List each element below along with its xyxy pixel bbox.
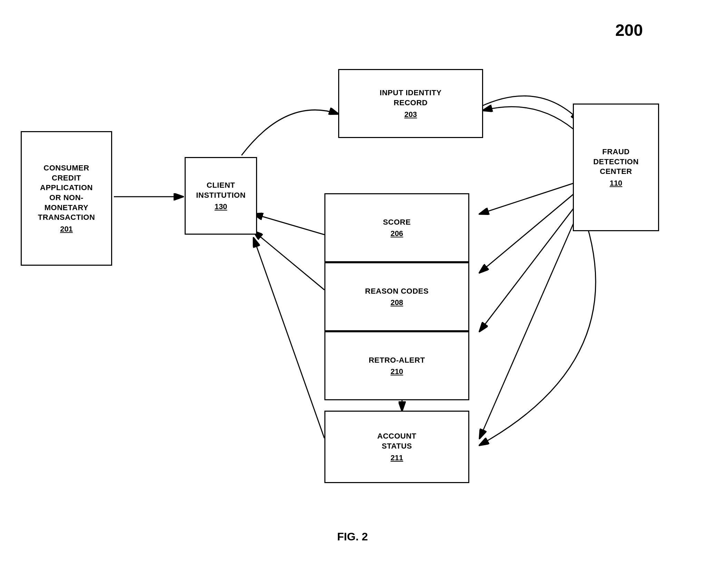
retro-alert-number: 210 [391, 367, 403, 376]
account-status-number: 211 [391, 453, 403, 462]
retro-alert-label: RETRO-ALERT [369, 355, 425, 365]
svg-line-7 [480, 207, 575, 331]
svg-line-9 [254, 238, 324, 438]
score-number: 206 [391, 229, 403, 238]
input-identity-label: INPUT IDENTITY RECORD [380, 88, 441, 108]
input-identity-number: 203 [404, 110, 417, 119]
svg-line-10 [480, 221, 575, 438]
fraud-detection-label: FRAUD DETECTION CENTER [593, 147, 639, 177]
reason-codes-box: REASON CODES 208 [324, 262, 469, 331]
account-status-box: ACCOUNT STATUS 211 [324, 411, 469, 483]
score-box: SCORE 206 [324, 193, 469, 262]
figure-label: FIG. 2 [0, 530, 705, 543]
input-identity-box: INPUT IDENTITY RECORD 203 [338, 69, 483, 138]
svg-line-5 [480, 193, 575, 273]
fraud-detection-number: 110 [610, 179, 623, 188]
account-status-label: ACCOUNT STATUS [377, 431, 417, 451]
score-label: SCORE [383, 217, 411, 227]
svg-line-4 [254, 214, 324, 235]
reason-codes-label: REASON CODES [365, 286, 429, 296]
retro-alert-box: RETRO-ALERT 210 [324, 331, 469, 400]
diagram: 200 [0, 0, 705, 588]
consumer-box: CONSUMER CREDIT APPLICATION OR NON- MONE… [21, 131, 112, 266]
diagram-number: 200 [615, 21, 643, 40]
reason-codes-number: 208 [391, 298, 403, 307]
svg-line-3 [480, 183, 575, 214]
client-box: CLIENT INSTITUTION 130 [185, 157, 257, 235]
client-number: 130 [215, 202, 227, 211]
consumer-label: CONSUMER CREDIT APPLICATION OR NON- MONE… [38, 163, 95, 223]
fraud-detection-box: FRAUD DETECTION CENTER 110 [573, 104, 659, 231]
svg-line-6 [254, 231, 324, 290]
consumer-number: 201 [60, 225, 73, 234]
client-label: CLIENT INSTITUTION [196, 180, 246, 200]
